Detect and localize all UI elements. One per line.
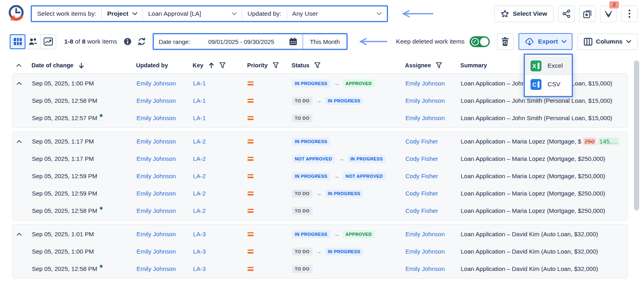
filter-mode-select[interactable]: Project — [102, 6, 143, 21]
table-row[interactable]: Sep 05, 2025, 12:59 PM Emily Johnson LA-… — [13, 185, 627, 202]
export-menu-item-csv[interactable]: C CSV — [525, 75, 572, 94]
collapse-group-chevron[interactable] — [17, 233, 22, 236]
work-item-key-link[interactable]: LA-3 — [193, 265, 206, 272]
topbar-actions: Select View — [494, 6, 638, 22]
arrow-right-icon: → — [334, 231, 340, 237]
more-menu-button[interactable] — [621, 6, 638, 22]
work-item-key-link[interactable]: LA-1 — [193, 80, 206, 87]
assignee-link[interactable]: Emily Johnson — [405, 80, 445, 87]
work-item-key-link[interactable]: LA-2 — [193, 155, 206, 162]
date-range-box: Date range: 09/01/2025 - 09/30/2025 This… — [153, 33, 348, 50]
app-history-logo — [6, 4, 25, 24]
toolbar: 1-8 of 8 work items Date range: 09/01/20… — [0, 32, 644, 51]
export-menu-item-excel[interactable]: X Excel — [525, 56, 572, 75]
updates-count-badge: 2 — [609, 1, 619, 9]
share-button[interactable] — [558, 6, 575, 22]
work-item-key-link[interactable]: LA-3 — [193, 248, 206, 255]
priority-medium-icon — [248, 232, 254, 237]
sort-desc-icon[interactable] — [78, 62, 84, 69]
updated-by-link[interactable]: Emily Johnson — [136, 231, 176, 237]
assignee-link[interactable]: Emily Johnson — [405, 248, 445, 255]
columns-button[interactable]: Columns — [577, 33, 638, 50]
table-row[interactable]: Sep 05, 2025, 12:58 PM Emily Johnson LA-… — [13, 260, 627, 277]
arrow-right-icon: → — [316, 97, 322, 104]
assignee-link[interactable]: Cody Fisher — [405, 207, 438, 214]
change-date: Sep 05, 2025, 12:58 PM — [32, 97, 97, 104]
assignee-link[interactable]: Cody Fisher — [405, 173, 438, 179]
table-view-button[interactable] — [10, 34, 25, 49]
work-item-key-link[interactable]: LA-3 — [193, 231, 206, 237]
filter-funnel-icon[interactable] — [314, 62, 321, 69]
table-row[interactable]: Sep 05, 2025, 1:01 PM Emily Johnson LA-3… — [13, 225, 627, 243]
assignee-link[interactable]: Emily Johnson — [405, 97, 445, 104]
work-item-key-link[interactable]: LA-2 — [193, 190, 206, 197]
date-range-label: Date range: — [154, 38, 195, 45]
vertical-scrollbar-thumb[interactable] — [634, 60, 639, 210]
assignee-link[interactable]: Cody Fisher — [405, 190, 438, 197]
assignee-link[interactable]: Emily Johnson — [405, 114, 445, 121]
project-select[interactable]: Loan Approval [LA] — [143, 6, 242, 21]
summary-text: Loan Application – John Smith (Personal … — [461, 97, 612, 104]
updated-by-link[interactable]: Emily Johnson — [136, 138, 176, 145]
filter-funnel-icon[interactable] — [219, 62, 226, 69]
filter-funnel-icon[interactable] — [273, 62, 279, 69]
assignee-link[interactable]: Emily Johnson — [405, 265, 445, 272]
export-button[interactable]: Export — [518, 33, 573, 50]
keep-deleted-toggle[interactable]: ✓ — [470, 36, 490, 47]
filter-funnel-icon[interactable] — [436, 62, 442, 69]
updated-by-select[interactable]: Any User — [287, 6, 387, 21]
select-view-button[interactable]: Select View — [494, 6, 554, 22]
people-icon — [28, 37, 38, 46]
summary-text: Loan Application – Maria Lopez (Mortgage… — [461, 155, 605, 162]
updated-by-link[interactable]: Emily Johnson — [136, 173, 176, 179]
work-item-key-link[interactable]: LA-2 — [193, 207, 206, 214]
table-row[interactable]: Sep 05, 2025, 1:00 PM Emily Johnson LA-3… — [13, 243, 627, 260]
status-badge: TO DO — [292, 97, 313, 105]
people-view-button[interactable] — [25, 34, 41, 49]
updated-by-link[interactable]: Emily Johnson — [136, 190, 176, 197]
work-item-key-link[interactable]: LA-1 — [193, 114, 206, 121]
updates-button[interactable]: 2 — [600, 6, 617, 22]
collapse-group-chevron[interactable] — [17, 82, 22, 85]
refresh-icon[interactable] — [137, 37, 146, 46]
updated-by-link[interactable]: Emily Johnson — [136, 80, 176, 87]
work-item-key-link[interactable]: LA-2 — [193, 138, 206, 145]
updated-by-link[interactable]: Emily Johnson — [136, 114, 176, 121]
info-icon[interactable] — [124, 37, 132, 46]
chevron-down-icon — [377, 12, 382, 15]
assignee-link[interactable]: Cody Fisher — [405, 155, 438, 162]
top-bar: Select work items by: Project Loan Appro… — [0, 0, 644, 26]
table-row[interactable]: Sep 05, 2025, 12:58 PM Emily Johnson LA-… — [13, 202, 627, 219]
updated-by-link[interactable]: Emily Johnson — [136, 97, 176, 104]
status-badge: TO DO — [292, 248, 313, 256]
table-row[interactable]: Sep 05, 2025, 1:17 PM Emily Johnson LA-2… — [13, 133, 627, 150]
chart-view-button[interactable] — [40, 34, 56, 49]
status-badge: IN PROGRESS — [325, 189, 363, 198]
csv-icon: C — [531, 79, 541, 90]
summary-text: Loan Application – David Kim (Auto Loan,… — [461, 265, 598, 272]
date-preset-this-month[interactable]: This Month — [303, 38, 346, 45]
status-badge: TO DO — [292, 207, 313, 215]
table-row[interactable]: Sep 05, 2025, 12:57 PM Emily Johnson LA-… — [13, 109, 627, 127]
table-row[interactable]: Sep 05, 2025, 12:59 PM Emily Johnson LA-… — [13, 167, 627, 185]
assignee-link[interactable]: Emily Johnson — [405, 231, 445, 237]
updated-by-link[interactable]: Emily Johnson — [136, 155, 176, 162]
table-row[interactable]: Sep 05, 2025, 1:17 PM Emily Johnson LA-2… — [13, 150, 627, 167]
date-range-value[interactable]: 09/01/2025 - 09/30/2025 — [195, 38, 287, 45]
work-item-key-link[interactable]: LA-1 — [193, 97, 206, 104]
calendar-icon[interactable] — [289, 37, 298, 46]
updated-by-link[interactable]: Emily Johnson — [136, 248, 176, 255]
sort-asc-icon[interactable] — [208, 62, 214, 69]
annotation-arrow-left — [397, 9, 435, 18]
collapse-all-chevron[interactable] — [16, 64, 21, 67]
collapse-group-chevron[interactable] — [17, 140, 22, 143]
updated-by-link[interactable]: Emily Johnson — [136, 207, 176, 214]
assignee-link[interactable]: Cody Fisher — [405, 138, 438, 145]
summary-text: Loan Application – Maria Lopez (Mortgage… — [461, 190, 605, 197]
summary-text: Loan Application – Maria Lopez (Mortgage… — [461, 207, 605, 214]
work-item-key-link[interactable]: LA-2 — [193, 173, 206, 179]
updated-by-link[interactable]: Emily Johnson — [136, 265, 176, 272]
saved-views-button[interactable] — [579, 6, 596, 22]
restore-deleted-button[interactable] — [497, 33, 514, 50]
double-check-icon — [604, 9, 613, 19]
